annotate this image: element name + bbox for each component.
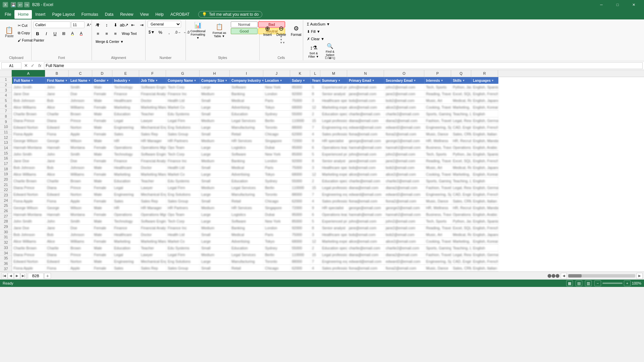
cell-7-12[interactable]: Legal professional xyxy=(321,117,347,124)
cell-24-9[interactable]: Paris xyxy=(264,231,290,238)
cell-2-3[interactable]: Male xyxy=(93,84,113,90)
cell-21-13[interactable]: hannah@email.com xyxy=(347,211,384,218)
cell-15-6[interactable]: Market Co xyxy=(166,171,200,178)
cell-reference-box[interactable] xyxy=(1,62,21,69)
row-num-18[interactable]: 18 xyxy=(0,166,12,172)
cell-17-4[interactable]: Legal xyxy=(113,184,140,191)
row-num-32[interactable]: 32 xyxy=(0,240,12,245)
cell-29-7[interactable]: Small xyxy=(200,265,230,272)
cell-5-7[interactable]: Large xyxy=(200,104,230,111)
cell-18-11[interactable]: 7 xyxy=(311,191,321,198)
cell-21-0[interactable]: Hannah Montana xyxy=(12,211,46,218)
cell-16-2[interactable]: Brown xyxy=(69,178,93,184)
align-bottom-btn[interactable]: ⬇ xyxy=(111,21,119,29)
cell-14-0[interactable]: Bob Johnson xyxy=(12,164,46,171)
cell-15-4[interactable]: Marketing xyxy=(113,171,140,178)
align-center-btn[interactable]: ≡ xyxy=(103,29,111,38)
cell-20-15[interactable]: HR, Wellness xyxy=(425,204,451,211)
cell-8-7[interactable]: Large xyxy=(200,124,230,131)
row-num-17[interactable]: 17 xyxy=(0,161,12,167)
col-header-n[interactable]: N xyxy=(347,70,384,77)
align-middle-btn[interactable]: ↕ xyxy=(103,21,111,29)
cell-18-4[interactable]: Engineering xyxy=(113,191,140,198)
cell-3-11[interactable]: 8 xyxy=(311,90,321,97)
cell-9-14[interactable]: fiona2@email.com xyxy=(384,131,425,137)
cancel-formula-btn[interactable]: ✕ xyxy=(23,63,29,69)
cell-10-11[interactable]: 9 xyxy=(311,137,321,144)
cell-11-4[interactable]: Operations xyxy=(113,144,140,151)
cell-7-3[interactable]: Female xyxy=(93,117,113,124)
cell-3-16[interactable]: Excel, SQL xyxy=(451,90,472,97)
font-name-input[interactable] xyxy=(34,21,70,28)
cell-13-15[interactable]: Reading, Travel xyxy=(425,158,451,164)
cell-3-7[interactable]: Medium xyxy=(200,90,230,97)
cell-22-13[interactable]: john@email.com xyxy=(347,218,384,225)
cell-8-0[interactable]: Edward Norton xyxy=(12,124,46,131)
filter-arrow-13[interactable]: ▼ xyxy=(372,79,375,82)
cell-16-13[interactable]: charlie@email.com xyxy=(347,178,384,184)
cell-2-4[interactable]: Technology xyxy=(113,84,140,90)
cell-28-0[interactable]: Edward Norton xyxy=(12,258,46,265)
next-sheet-btn[interactable]: ▶ xyxy=(14,273,20,279)
cell-19-13[interactable]: fiona@email.com xyxy=(347,198,384,204)
cell-4-5[interactable]: Doctor xyxy=(140,97,166,104)
cell-17-6[interactable]: Legal Firm xyxy=(166,184,200,191)
cell-29-8[interactable]: Retail xyxy=(230,265,264,272)
cell-4-2[interactable]: Johnson xyxy=(69,97,93,104)
cell-27-14[interactable]: diana2@email.com xyxy=(384,251,425,258)
row-num-13[interactable]: 13 xyxy=(0,140,12,145)
cell-7-4[interactable]: Legal xyxy=(113,117,140,124)
cell-24-10[interactable]: 75000 xyxy=(290,231,311,238)
row-num-24[interactable]: 24 xyxy=(0,198,12,203)
cell-17-11[interactable]: 15 xyxy=(311,184,321,191)
menu-file[interactable]: File xyxy=(1,10,14,19)
cell-11-8[interactable]: Logistics xyxy=(230,144,264,151)
cell-5-15[interactable]: Cooking, Travel xyxy=(425,104,451,111)
cell-9-7[interactable]: Small xyxy=(200,131,230,137)
cell-20-10[interactable]: 72000 xyxy=(290,204,311,211)
cell-1-11[interactable]: Years Experience ▼ xyxy=(311,77,321,84)
cell-25-11[interactable]: 12 xyxy=(311,238,321,245)
cell-14-4[interactable]: Healthcare xyxy=(113,164,140,171)
cell-25-5[interactable]: Marketing Manager xyxy=(140,238,166,245)
cell-12-9[interactable]: New York xyxy=(264,151,290,158)
fill-color-button[interactable]: A xyxy=(68,29,76,38)
cell-20-14[interactable]: george2@email.com xyxy=(384,204,425,211)
cell-1-5[interactable]: Job Title ▼ xyxy=(140,77,166,84)
cell-14-15[interactable]: Music, Art xyxy=(425,164,451,171)
row-num-15[interactable]: 15 xyxy=(0,150,12,156)
cell-14-8[interactable]: Medical xyxy=(230,164,264,171)
cell-9-3[interactable]: Female xyxy=(93,131,113,137)
cell-4-12[interactable]: Healthcare specialist xyxy=(321,97,347,104)
cell-16-4[interactable]: Education xyxy=(113,178,140,184)
cell-14-16[interactable]: Medical, Research xyxy=(451,164,472,171)
cell-27-17[interactable]: English, German xyxy=(472,251,498,258)
horizontal-scroll-right[interactable]: ▶ xyxy=(637,273,643,279)
cell-15-5[interactable]: Marketing Manager xyxy=(140,171,166,178)
cell-27-10[interactable]: 110000 xyxy=(290,251,311,258)
cell-10-0[interactable]: George Wilson xyxy=(12,137,46,144)
cell-10-12[interactable]: HR specialist xyxy=(321,137,347,144)
cell-11-0[interactable]: Hannah Montana xyxy=(12,144,46,151)
cell-20-6[interactable]: HR Partners xyxy=(166,204,200,211)
cell-11-10[interactable]: 95000 xyxy=(290,144,311,151)
cell-9-6[interactable]: Sales Group xyxy=(166,131,200,137)
cell-7-6[interactable]: Legal Firm xyxy=(166,117,200,124)
cell-7-11[interactable]: 15 xyxy=(311,117,321,124)
cell-5-17[interactable]: English, Korean xyxy=(472,104,498,111)
cell-2-13[interactable]: john@email.com xyxy=(347,84,384,90)
cell-17-8[interactable]: Legal Services xyxy=(230,184,264,191)
cell-3-13[interactable]: jane@email.com xyxy=(347,90,384,97)
wrap-text-button[interactable]: Wrap Text xyxy=(120,30,139,37)
menu-home[interactable]: Home xyxy=(14,10,32,19)
paste-button[interactable]: 📋 Paste xyxy=(3,23,15,41)
cell-23-8[interactable]: Banking xyxy=(230,225,264,231)
cell-7-17[interactable]: English, German xyxy=(472,117,498,124)
row-num-23[interactable]: 23 xyxy=(0,193,12,198)
cell-28-15[interactable]: Engineering, Sports xyxy=(425,258,451,265)
cell-5-1[interactable]: Alice xyxy=(46,104,69,111)
cell-1-2[interactable]: Last Name ▼ xyxy=(69,77,93,84)
cell-6-2[interactable]: Brown xyxy=(69,111,93,117)
cell-12-6[interactable]: Tech Corp xyxy=(166,151,200,158)
cell-27-12[interactable]: Legal professional xyxy=(321,251,347,258)
